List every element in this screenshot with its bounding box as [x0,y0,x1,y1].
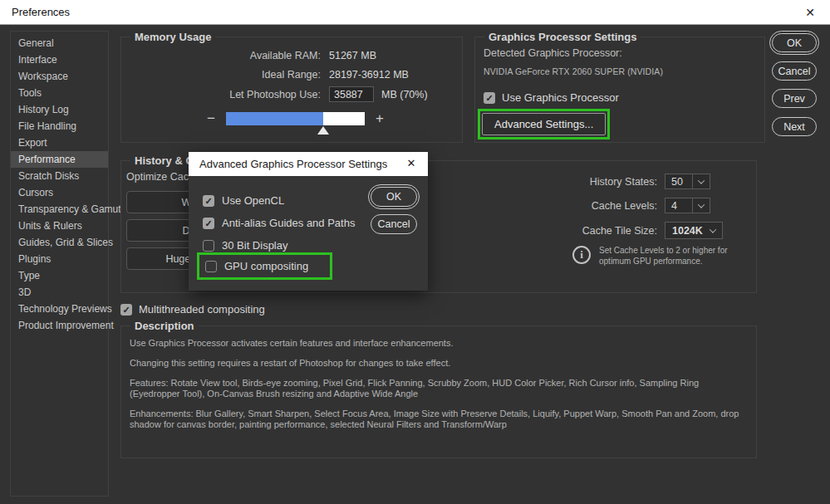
chevron-down-icon [710,226,716,232]
gpu-compositing-checkbox[interactable] [205,261,217,272]
sidebar-item-tools[interactable]: Tools [11,85,108,101]
sidebar-item-history-log[interactable]: History Log [11,101,108,118]
multithreaded-compositing-label: Multithreaded compositing [139,303,265,316]
sidebar-item-general[interactable]: General [11,35,108,51]
sidebar-item-type[interactable]: Type [11,267,108,284]
description-legend: Description [130,320,199,332]
cancel-button[interactable]: Cancel [772,61,817,81]
memory-slider-fill [226,112,323,125]
gpu-compositing-label: GPU compositing [224,260,308,272]
history-states-select[interactable]: 50 [665,174,710,189]
use-opencl-checkbox[interactable] [203,195,214,207]
advanced-settings-button[interactable]: Advanced Settings... [482,113,606,135]
preferences-sidebar: General Interface Workspace Tools Histor… [10,31,109,497]
window-title: Preferences [12,6,70,18]
sidebar-item-units-rulers[interactable]: Units & Rulers [11,218,108,234]
sidebar-item-guides-grid-slices[interactable]: Guides, Grid & Slices [11,234,108,251]
graphics-processor-panel: Graphics Processor Settings Detected Gra… [474,37,765,143]
memory-amount-input[interactable] [329,86,374,102]
cache-levels-value: 4 [665,198,693,213]
cache-levels-select[interactable]: 4 [665,198,710,213]
multithreaded-compositing-checkbox[interactable] [120,304,132,316]
advanced-settings-highlight: Advanced Settings... [478,109,610,139]
let-photoshop-use-label: Let Photoshop Use: [121,89,321,100]
preferences-window: Preferences ✕ General Interface Workspac… [0,0,830,504]
sidebar-item-export[interactable]: Export [11,135,108,151]
memory-amount-suffix: MB (70%) [381,89,428,100]
slider-minus-icon[interactable]: − [204,112,218,125]
sidebar-item-scratch-disks[interactable]: Scratch Disks [11,168,108,184]
history-states-label: History States: [491,176,657,188]
sidebar-item-file-handling[interactable]: File Handling [11,118,108,135]
use-gpu-checkbox[interactable] [484,92,495,104]
thirty-bit-display-checkbox[interactable] [203,240,214,252]
slider-plus-icon[interactable]: + [373,112,386,125]
graphics-processor-legend: Graphics Processor Settings [484,31,641,43]
popup-ok-button[interactable]: OK [371,187,417,207]
use-gpu-label: Use Graphics Processor [502,91,619,104]
popup-close-icon[interactable]: ✕ [402,154,420,173]
description-paragraph: Enhancements: Blur Gallery, Smart Sharpe… [130,409,748,430]
ideal-range-label: Ideal Range: [121,69,321,81]
popup-titlebar: Advanced Graphics Processor Settings ✕ [189,152,428,176]
multithreaded-compositing-row: Multithreaded compositing [120,303,265,316]
description-paragraph: Changing this setting requires a restart… [130,358,748,369]
gpu-name: NVIDIA GeForce RTX 2060 SUPER (NVIDIA) [484,66,764,76]
ok-button[interactable]: OK [772,33,817,52]
popup-cancel-button[interactable]: Cancel [371,214,417,234]
popup-title: Advanced Graphics Processor Settings [199,158,387,170]
ideal-range-row: Ideal Range: 28197-36912 MB [121,69,462,81]
use-opencl-label: Use OpenCL [222,194,284,207]
anti-alias-row: Anti-alias Guides and Paths [203,217,355,229]
sidebar-item-transparency-gamut[interactable]: Transparency & Gamut [11,201,108,218]
history-states-value: 50 [665,174,693,189]
sidebar-item-product-improvement[interactable]: Product Improvement [11,317,108,334]
memory-usage-legend: Memory Usage [130,31,215,43]
cache-tile-size-value: 1024K [672,225,703,237]
cache-tip-row: Set Cache Levels to 2 or higher for opti… [572,246,728,267]
anti-alias-label: Anti-alias Guides and Paths [222,217,355,229]
sidebar-item-technology-previews[interactable]: Technology Previews [11,301,108,317]
use-gpu-row: Use Graphics Processor [484,91,619,104]
advanced-gpu-settings-dialog: Advanced Graphics Processor Settings ✕ U… [189,152,428,291]
cache-tile-size-select[interactable]: 1024K [665,222,723,239]
let-photoshop-use-row: Let Photoshop Use: MB (70%) [121,86,462,102]
cache-tip-text: Set Cache Levels to 2 or higher for opti… [599,246,728,267]
sidebar-item-3d[interactable]: 3D [11,284,108,301]
cache-tile-size-label: Cache Tile Size: [491,225,657,237]
detected-gpu-label: Detected Graphics Processor: [484,47,764,59]
use-opencl-row: Use OpenCL [203,194,284,207]
cache-levels-row: Cache Levels: 4 [491,198,710,213]
memory-slider-track[interactable] [226,112,365,125]
cache-levels-label: Cache Levels: [491,200,657,212]
ideal-range-value: 28197-36912 MB [329,69,409,81]
thirty-bit-display-label: 30 Bit Display [222,239,287,252]
chevron-down-icon[interactable] [693,174,710,189]
description-panel: Description Use Graphics Processor activ… [120,325,757,458]
cache-tip-line1: Set Cache Levels to 2 or higher for [599,246,728,255]
sidebar-item-workspace[interactable]: Workspace [11,68,108,85]
close-icon[interactable]: ✕ [800,3,820,22]
window-titlebar: Preferences ✕ [0,0,830,25]
description-paragraph: Use Graphics Processor activates certain… [130,338,748,349]
cache-tile-size-row: Cache Tile Size: 1024K [491,222,723,239]
description-paragraph: Features: Rotate View tool, Birds-eye zo… [130,378,748,399]
available-ram-label: Available RAM: [121,50,321,61]
anti-alias-checkbox[interactable] [203,218,214,229]
cache-tip-line2: optimum GPU performance. [599,257,703,266]
gpu-compositing-highlight: GPU compositing [197,252,332,280]
sidebar-item-performance[interactable]: Performance [11,151,108,168]
available-ram-row: Available RAM: 51267 MB [121,50,462,61]
sidebar-item-plugins[interactable]: Plugins [11,251,108,267]
next-button[interactable]: Next [772,117,817,136]
memory-usage-panel: Memory Usage Available RAM: 51267 MB Ide… [120,37,463,143]
popup-body: Use OpenCL Anti-alias Guides and Paths 3… [189,176,428,291]
info-icon [572,246,591,264]
sidebar-item-interface[interactable]: Interface [11,51,108,68]
thirty-bit-display-row: 30 Bit Display [203,239,287,252]
history-states-row: History States: 50 [491,174,710,189]
chevron-down-icon[interactable] [693,198,710,213]
memory-slider-thumb[interactable] [317,126,329,135]
sidebar-item-cursors[interactable]: Cursors [11,184,108,201]
prev-button[interactable]: Prev [772,89,817,108]
